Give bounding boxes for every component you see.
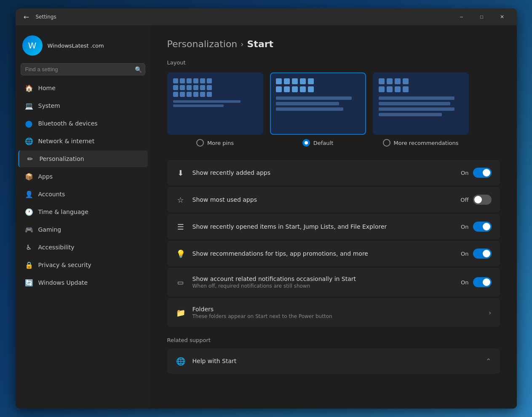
chevron-up-icon: ⌃ <box>486 357 491 365</box>
back-button[interactable]: ← <box>21 11 32 23</box>
rec-lines <box>379 96 463 116</box>
settings-row-folders[interactable]: 📁 Folders These folders appear on Start … <box>167 298 500 327</box>
sidebar-item-label: Home <box>38 85 56 91</box>
pin-dot <box>173 78 178 83</box>
sidebar-item-apps[interactable]: 📦 Apps <box>18 168 148 185</box>
sidebar-item-bluetooth[interactable]: ⬤ Bluetooth & devices <box>18 115 148 132</box>
close-button[interactable]: ✕ <box>492 11 512 23</box>
network-icon: 🌐 <box>25 137 33 145</box>
pin-dot <box>292 86 298 92</box>
pin-dot <box>180 92 185 97</box>
pin-dot <box>308 78 314 84</box>
sidebar-item-gaming[interactable]: 🎮 Gaming <box>18 221 148 238</box>
settings-row-label: Show recently added apps <box>192 169 454 176</box>
title-bar: ← Settings – □ ✕ <box>16 8 517 25</box>
radio-circle-default[interactable] <box>302 139 310 147</box>
pin-dot <box>292 78 298 84</box>
maximize-button[interactable]: □ <box>472 11 492 23</box>
rec-line <box>276 107 343 111</box>
layout-options: More pins <box>167 72 500 147</box>
rec-line <box>379 107 454 111</box>
home-icon: 🏠 <box>25 84 33 92</box>
toggle-label-recently-added: On <box>461 170 468 176</box>
toggle-label-recommendations: On <box>461 251 468 257</box>
minimize-button[interactable]: – <box>452 11 471 23</box>
layout-label-more-pins: More pins <box>207 140 234 146</box>
settings-row-right: On <box>461 222 491 232</box>
toggle-most-used[interactable] <box>473 195 492 205</box>
sidebar-item-personalization[interactable]: ✏️ Personalization <box>18 150 148 167</box>
rec-line <box>379 102 450 105</box>
rec-line <box>379 113 442 116</box>
accessibility-icon: ♿ <box>25 243 33 251</box>
most-used-icon: ☆ <box>176 195 186 205</box>
toggle-account-notifications[interactable] <box>473 277 492 287</box>
help-with-start-row[interactable]: 🌐 Help with Start ⌃ <box>167 348 500 374</box>
sidebar-item-label: Windows Update <box>38 279 88 286</box>
pin-dot <box>207 92 212 97</box>
rec-lines <box>173 100 257 107</box>
sidebar-item-network[interactable]: 🌐 Network & internet <box>18 133 148 150</box>
layout-preview-more-rec <box>373 72 469 135</box>
sidebar-item-label: Bluetooth & devices <box>38 120 98 127</box>
pin-grid <box>276 78 360 92</box>
sidebar-item-privacy[interactable]: 🔒 Privacy & security <box>18 257 148 273</box>
rec-line <box>276 96 352 100</box>
sidebar-item-accounts[interactable]: 👤 Accounts <box>18 186 148 203</box>
folders-right: › <box>489 309 491 317</box>
sidebar-item-label: Accessibility <box>38 244 75 251</box>
rec-line <box>173 100 241 103</box>
apps-icon: 📦 <box>25 172 33 181</box>
pin-dot <box>193 85 198 90</box>
layout-radio-more-pins[interactable]: More pins <box>196 139 234 147</box>
layout-label-more-rec: More recommendations <box>394 140 459 146</box>
pin-dot <box>200 85 205 90</box>
radio-circle-more-rec[interactable] <box>383 139 390 147</box>
settings-window: ← Settings – □ ✕ W WindowsLatest .com 🔍 … <box>16 8 517 409</box>
layout-option-more-rec[interactable]: More recommendations <box>373 72 469 147</box>
pin-grid <box>173 78 257 97</box>
toggle-recommendations[interactable] <box>473 249 492 259</box>
bluetooth-icon: ⬤ <box>25 119 33 128</box>
breadcrumb-current: Start <box>247 39 274 49</box>
layout-radio-default[interactable]: Default <box>302 139 334 147</box>
main-content: Personalization › Start Layout <box>150 25 517 409</box>
sidebar-item-time[interactable]: 🕐 Time & language <box>18 203 148 220</box>
avatar-initial: W <box>28 40 37 51</box>
settings-row-recently-opened: ☰ Show recently opened items in Start, J… <box>167 214 500 239</box>
sidebar-item-label: Apps <box>38 173 53 180</box>
sidebar-item-system[interactable]: 💻 System <box>18 97 148 114</box>
rec-line <box>276 102 339 105</box>
pin-dot <box>193 92 198 97</box>
pin-dot <box>276 86 282 92</box>
pin-dot <box>276 78 282 84</box>
recommendations-icon: 💡 <box>176 249 186 259</box>
sidebar-item-windows-update[interactable]: 🔄 Windows Update <box>18 274 148 291</box>
layout-section-title: Layout <box>167 59 500 66</box>
sidebar-item-label: Time & language <box>38 208 88 215</box>
radio-circle-more-pins[interactable] <box>196 139 204 147</box>
search-input[interactable] <box>21 63 145 75</box>
pin-dot <box>200 78 205 83</box>
search-icon[interactable]: 🔍 <box>135 66 142 73</box>
sidebar-item-accessibility[interactable]: ♿ Accessibility <box>18 239 148 256</box>
toggle-recently-opened[interactable] <box>473 222 492 232</box>
settings-row-recently-added: ⬇ Show recently added apps On <box>167 160 500 185</box>
pin-dot <box>200 92 205 97</box>
sidebar-item-home[interactable]: 🏠 Home <box>18 80 148 96</box>
rec-lines <box>276 96 360 111</box>
pin-dot <box>300 86 306 92</box>
pin-dot <box>395 78 401 84</box>
gaming-icon: 🎮 <box>25 225 33 234</box>
layout-radio-more-rec[interactable]: More recommendations <box>383 139 459 147</box>
pin-dot <box>300 78 306 84</box>
pin-dot <box>308 86 314 92</box>
help-label: Help with Start <box>192 358 479 364</box>
settings-row-label: Show account related notifications occas… <box>192 275 454 282</box>
sidebar-item-label: Accounts <box>38 191 65 198</box>
sidebar-item-label: System <box>38 102 60 109</box>
layout-option-default[interactable]: Default <box>270 72 366 147</box>
layout-label-default: Default <box>313 140 334 146</box>
layout-option-more-pins[interactable]: More pins <box>167 72 263 147</box>
toggle-recently-added[interactable] <box>473 168 492 178</box>
